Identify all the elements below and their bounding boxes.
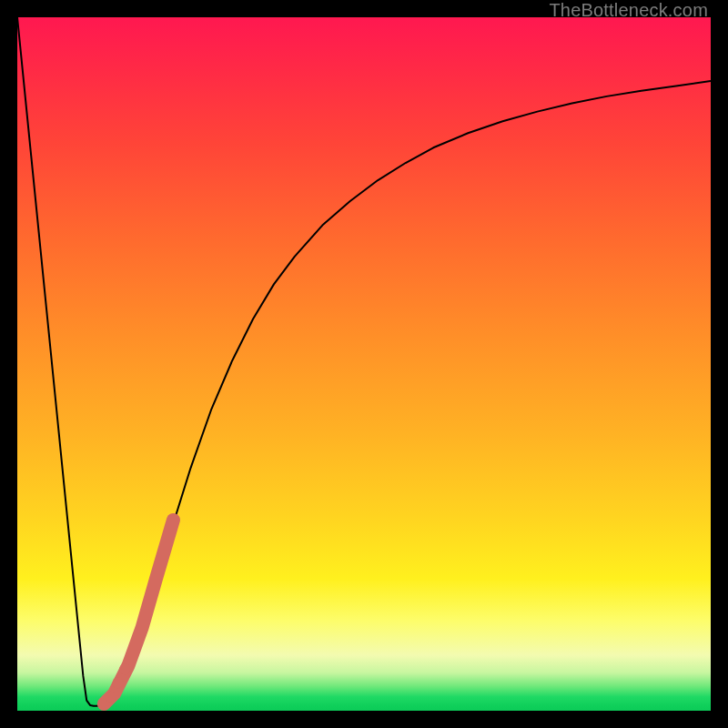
plot-area bbox=[17, 17, 711, 711]
highlight-dot bbox=[119, 663, 130, 674]
highlight-dot bbox=[112, 678, 123, 689]
bottleneck-curve bbox=[17, 17, 711, 706]
highlight-dot bbox=[106, 692, 116, 703]
chart-svg bbox=[17, 17, 711, 711]
highlight-segment bbox=[104, 520, 173, 703]
chart-frame: TheBottleneck.com bbox=[0, 0, 728, 728]
watermark-text: TheBottleneck.com bbox=[549, 0, 708, 21]
chart-layers bbox=[17, 17, 711, 706]
